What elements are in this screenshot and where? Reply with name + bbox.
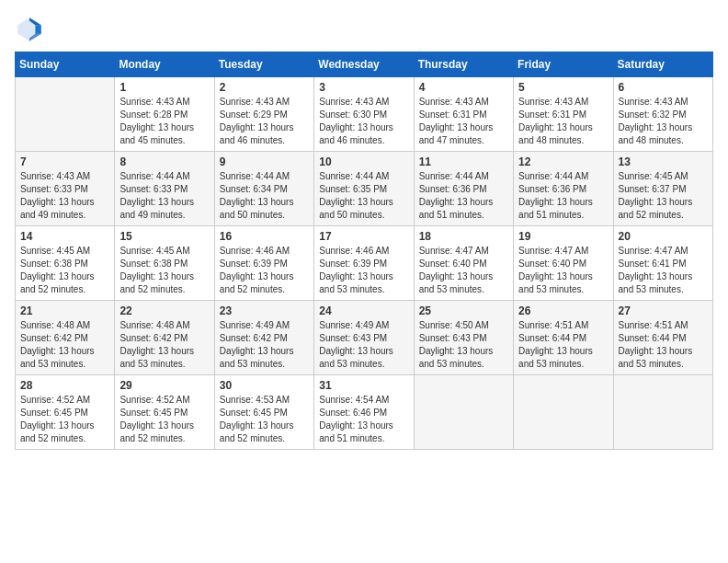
day-info: Sunrise: 4:45 AMSunset: 6:37 PMDaylight:… bbox=[619, 170, 708, 222]
calendar-cell: 31 Sunrise: 4:54 AMSunset: 6:46 PMDaylig… bbox=[314, 375, 414, 450]
day-number: 1 bbox=[119, 81, 209, 94]
calendar-week-row: 21 Sunrise: 4:48 AMSunset: 6:42 PMDaylig… bbox=[16, 301, 713, 375]
calendar-cell: 10 Sunrise: 4:44 AMSunset: 6:35 PMDaylig… bbox=[314, 152, 414, 226]
calendar-cell: 17 Sunrise: 4:46 AMSunset: 6:39 PMDaylig… bbox=[314, 226, 414, 301]
calendar-cell: 3 Sunrise: 4:43 AMSunset: 6:30 PMDayligh… bbox=[314, 77, 414, 152]
calendar-cell: 13 Sunrise: 4:45 AMSunset: 6:37 PMDaylig… bbox=[613, 152, 712, 226]
calendar-cell bbox=[414, 375, 513, 450]
day-number: 2 bbox=[220, 81, 309, 94]
calendar-cell: 2 Sunrise: 4:43 AMSunset: 6:29 PMDayligh… bbox=[214, 77, 313, 152]
calendar-cell: 22 Sunrise: 4:48 AMSunset: 6:42 PMDaylig… bbox=[115, 301, 214, 375]
calendar-cell bbox=[514, 375, 613, 450]
day-info: Sunrise: 4:50 AMSunset: 6:43 PMDaylight:… bbox=[419, 319, 508, 371]
day-number: 26 bbox=[518, 304, 608, 317]
col-header-friday: Friday bbox=[514, 52, 613, 77]
day-info: Sunrise: 4:45 AMSunset: 6:38 PMDaylight:… bbox=[119, 245, 209, 296]
col-header-thursday: Thursday bbox=[414, 52, 513, 77]
calendar-cell: 11 Sunrise: 4:44 AMSunset: 6:36 PMDaylig… bbox=[414, 152, 513, 226]
calendar-week-row: 7 Sunrise: 4:43 AMSunset: 6:33 PMDayligh… bbox=[16, 152, 713, 226]
day-info: Sunrise: 4:43 AMSunset: 6:31 PMDaylight:… bbox=[419, 96, 508, 147]
calendar-header-row: SundayMondayTuesdayWednesdayThursdayFrid… bbox=[16, 52, 713, 77]
day-number: 5 bbox=[518, 81, 608, 94]
calendar-cell: 21 Sunrise: 4:48 AMSunset: 6:42 PMDaylig… bbox=[16, 301, 115, 375]
day-number: 14 bbox=[20, 230, 109, 243]
day-number: 20 bbox=[619, 230, 708, 243]
calendar-week-row: 14 Sunrise: 4:45 AMSunset: 6:38 PMDaylig… bbox=[16, 226, 713, 301]
day-info: Sunrise: 4:53 AMSunset: 6:45 PMDaylight:… bbox=[220, 394, 309, 445]
day-info: Sunrise: 4:48 AMSunset: 6:42 PMDaylight:… bbox=[119, 319, 209, 371]
day-info: Sunrise: 4:44 AMSunset: 6:34 PMDaylight:… bbox=[220, 170, 309, 222]
calendar-cell: 30 Sunrise: 4:53 AMSunset: 6:45 PMDaylig… bbox=[214, 375, 313, 450]
calendar-cell: 12 Sunrise: 4:44 AMSunset: 6:36 PMDaylig… bbox=[514, 152, 613, 226]
day-number: 25 bbox=[419, 304, 508, 317]
calendar-cell: 29 Sunrise: 4:52 AMSunset: 6:45 PMDaylig… bbox=[115, 375, 214, 450]
day-info: Sunrise: 4:46 AMSunset: 6:39 PMDaylight:… bbox=[220, 245, 309, 296]
day-number: 12 bbox=[518, 155, 608, 168]
day-number: 19 bbox=[518, 230, 608, 243]
day-info: Sunrise: 4:43 AMSunset: 6:31 PMDaylight:… bbox=[518, 96, 608, 147]
day-number: 29 bbox=[119, 379, 209, 392]
calendar-cell: 27 Sunrise: 4:51 AMSunset: 6:44 PMDaylig… bbox=[613, 301, 712, 375]
calendar-cell: 28 Sunrise: 4:52 AMSunset: 6:45 PMDaylig… bbox=[16, 375, 115, 450]
calendar-cell: 14 Sunrise: 4:45 AMSunset: 6:38 PMDaylig… bbox=[16, 226, 115, 301]
day-number: 15 bbox=[119, 230, 209, 243]
day-info: Sunrise: 4:49 AMSunset: 6:42 PMDaylight:… bbox=[220, 319, 309, 371]
day-info: Sunrise: 4:44 AMSunset: 6:33 PMDaylight:… bbox=[119, 170, 209, 222]
calendar-cell: 15 Sunrise: 4:45 AMSunset: 6:38 PMDaylig… bbox=[115, 226, 214, 301]
day-number: 22 bbox=[119, 304, 209, 317]
day-info: Sunrise: 4:43 AMSunset: 6:33 PMDaylight:… bbox=[20, 170, 109, 222]
day-number: 17 bbox=[319, 230, 408, 243]
day-info: Sunrise: 4:47 AMSunset: 6:40 PMDaylight:… bbox=[518, 245, 608, 296]
day-number: 18 bbox=[419, 230, 508, 243]
day-number: 24 bbox=[319, 304, 408, 317]
day-info: Sunrise: 4:43 AMSunset: 6:32 PMDaylight:… bbox=[619, 96, 708, 147]
col-header-wednesday: Wednesday bbox=[314, 52, 414, 77]
day-info: Sunrise: 4:52 AMSunset: 6:45 PMDaylight:… bbox=[20, 394, 109, 445]
col-header-monday: Monday bbox=[115, 52, 214, 77]
calendar-cell bbox=[16, 77, 115, 152]
day-info: Sunrise: 4:43 AMSunset: 6:29 PMDaylight:… bbox=[220, 96, 309, 147]
calendar-cell: 7 Sunrise: 4:43 AMSunset: 6:33 PMDayligh… bbox=[16, 152, 115, 226]
day-number: 30 bbox=[220, 379, 309, 392]
calendar-cell: 4 Sunrise: 4:43 AMSunset: 6:31 PMDayligh… bbox=[414, 77, 513, 152]
day-number: 28 bbox=[20, 379, 109, 392]
day-info: Sunrise: 4:51 AMSunset: 6:44 PMDaylight:… bbox=[619, 319, 708, 371]
calendar-cell bbox=[613, 375, 712, 450]
col-header-sunday: Sunday bbox=[16, 52, 115, 77]
day-info: Sunrise: 4:48 AMSunset: 6:42 PMDaylight:… bbox=[20, 319, 109, 371]
day-number: 7 bbox=[20, 155, 109, 168]
day-info: Sunrise: 4:49 AMSunset: 6:43 PMDaylight:… bbox=[319, 319, 408, 371]
day-number: 23 bbox=[220, 304, 309, 317]
day-number: 9 bbox=[220, 155, 309, 168]
day-number: 3 bbox=[319, 81, 408, 94]
day-number: 8 bbox=[119, 155, 209, 168]
calendar-cell: 5 Sunrise: 4:43 AMSunset: 6:31 PMDayligh… bbox=[514, 77, 613, 152]
calendar-cell: 9 Sunrise: 4:44 AMSunset: 6:34 PMDayligh… bbox=[214, 152, 313, 226]
logo-icon bbox=[15, 15, 44, 44]
day-info: Sunrise: 4:47 AMSunset: 6:40 PMDaylight:… bbox=[419, 245, 508, 296]
calendar-cell: 20 Sunrise: 4:47 AMSunset: 6:41 PMDaylig… bbox=[613, 226, 712, 301]
day-info: Sunrise: 4:47 AMSunset: 6:41 PMDaylight:… bbox=[619, 245, 708, 296]
day-number: 16 bbox=[220, 230, 309, 243]
calendar-cell: 6 Sunrise: 4:43 AMSunset: 6:32 PMDayligh… bbox=[613, 77, 712, 152]
calendar-cell: 23 Sunrise: 4:49 AMSunset: 6:42 PMDaylig… bbox=[214, 301, 313, 375]
calendar-cell: 19 Sunrise: 4:47 AMSunset: 6:40 PMDaylig… bbox=[514, 226, 613, 301]
day-number: 10 bbox=[319, 155, 408, 168]
day-info: Sunrise: 4:45 AMSunset: 6:38 PMDaylight:… bbox=[20, 245, 109, 296]
day-number: 31 bbox=[319, 379, 408, 392]
day-info: Sunrise: 4:46 AMSunset: 6:39 PMDaylight:… bbox=[319, 245, 408, 296]
calendar-week-row: 28 Sunrise: 4:52 AMSunset: 6:45 PMDaylig… bbox=[16, 375, 713, 450]
col-header-saturday: Saturday bbox=[613, 52, 712, 77]
col-header-tuesday: Tuesday bbox=[214, 52, 313, 77]
day-info: Sunrise: 4:44 AMSunset: 6:35 PMDaylight:… bbox=[319, 170, 408, 222]
calendar-week-row: 1 Sunrise: 4:43 AMSunset: 6:28 PMDayligh… bbox=[16, 77, 713, 152]
day-info: Sunrise: 4:54 AMSunset: 6:46 PMDaylight:… bbox=[319, 394, 408, 445]
day-number: 11 bbox=[419, 155, 508, 168]
calendar-cell: 18 Sunrise: 4:47 AMSunset: 6:40 PMDaylig… bbox=[414, 226, 513, 301]
calendar-cell: 1 Sunrise: 4:43 AMSunset: 6:28 PMDayligh… bbox=[115, 77, 214, 152]
day-number: 21 bbox=[20, 304, 109, 317]
day-info: Sunrise: 4:52 AMSunset: 6:45 PMDaylight:… bbox=[119, 394, 209, 445]
day-info: Sunrise: 4:44 AMSunset: 6:36 PMDaylight:… bbox=[419, 170, 508, 222]
day-info: Sunrise: 4:43 AMSunset: 6:28 PMDaylight:… bbox=[119, 96, 209, 147]
page-header bbox=[15, 15, 713, 44]
